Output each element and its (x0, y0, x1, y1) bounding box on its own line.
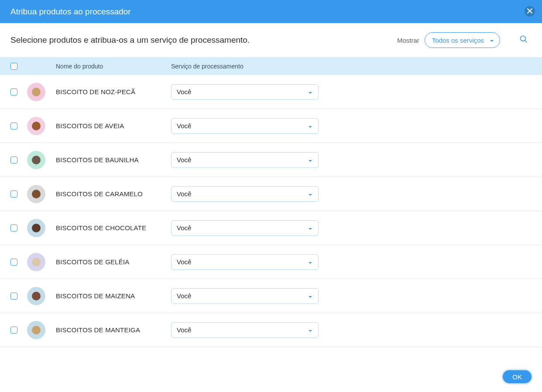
service-select-value: Você (177, 258, 191, 266)
subheader-controls: Mostrar Todos os serviços (397, 32, 532, 48)
titlebar: Atribua produtos ao processador (0, 0, 542, 23)
service-select-value: Você (177, 326, 191, 334)
chevron-down-icon (489, 37, 494, 43)
chevron-down-icon (308, 123, 313, 129)
product-name: BISCOITOS DE BAUNILHA (56, 156, 171, 164)
row-check-cell (10, 327, 27, 334)
cookie-icon (32, 292, 41, 300)
svg-point-0 (521, 36, 526, 41)
service-select[interactable]: Você (171, 288, 319, 304)
cookie-icon (32, 156, 41, 164)
row-checkbox[interactable] (10, 327, 17, 334)
svg-line-1 (525, 41, 527, 43)
subheader: Selecione produtos e atribua-os a um ser… (0, 23, 542, 57)
row-check-cell (10, 123, 27, 130)
chevron-down-icon (308, 157, 313, 163)
chevron-down-icon (308, 327, 313, 333)
cookie-icon (32, 224, 41, 232)
service-select[interactable]: Você (171, 84, 319, 100)
row-check-cell (10, 191, 27, 198)
cookie-icon (32, 122, 41, 130)
product-name: BISCOITOS DE GELÉIA (56, 258, 171, 266)
service-select-value: Você (177, 88, 191, 95)
show-label: Mostrar (397, 37, 419, 44)
cookie-icon (32, 326, 41, 334)
titlebar-title: Atribua produtos ao processador (10, 7, 131, 17)
close-icon (527, 7, 532, 15)
row-checkbox[interactable] (10, 225, 17, 232)
service-select[interactable]: Você (171, 220, 319, 236)
close-button[interactable] (525, 6, 535, 17)
chevron-down-icon (308, 293, 313, 299)
chevron-down-icon (308, 89, 313, 95)
row-checkbox[interactable] (10, 191, 17, 198)
chevron-down-icon (308, 259, 313, 265)
service-select-value: Você (177, 292, 191, 300)
product-rows: BISCOITO DE NOZ-PECÃ Você BISCOITOS DE A… (0, 75, 542, 347)
ok-button-label: OK (512, 373, 522, 381)
row-check-cell (10, 293, 27, 300)
filter-select[interactable]: Todos os serviços (425, 32, 500, 48)
product-name: BISCOITOS DE CHOCOLATE (56, 224, 171, 232)
product-thumbnail (27, 321, 45, 339)
select-all-cell (10, 63, 27, 70)
instruction-text: Selecione produtos e atribua-os a um ser… (10, 35, 397, 45)
cookie-icon (32, 190, 41, 198)
row-check-cell (10, 225, 27, 232)
service-select[interactable]: Você (171, 152, 319, 168)
product-name: BISCOITOS DE CARAMELO (56, 190, 171, 198)
product-thumbnail (27, 253, 45, 271)
row-check-cell (10, 259, 27, 266)
product-name: BISCOITOS DE MAIZENA (56, 292, 171, 300)
service-select-value: Você (177, 224, 191, 232)
cookie-icon (32, 88, 41, 96)
row-check-cell (10, 157, 27, 164)
column-header-row: Nome do produto Serviço de processamento (0, 57, 542, 75)
product-thumbnail (27, 219, 45, 237)
search-icon (519, 35, 528, 45)
product-name: BISCOITO DE NOZ-PECÃ (56, 88, 171, 95)
service-select[interactable]: Você (171, 186, 319, 202)
row-checkbox[interactable] (10, 89, 17, 95)
footer: OK (0, 361, 542, 392)
product-thumbnail (27, 287, 45, 305)
search-button[interactable] (516, 32, 532, 48)
product-name: BISCOITOS DE AVEIA (56, 122, 171, 130)
column-product-name: Nome do produto (56, 63, 171, 70)
product-thumbnail (27, 83, 45, 101)
product-row: BISCOITOS DE AVEIA Você (0, 109, 542, 143)
service-select[interactable]: Você (171, 254, 319, 270)
product-thumbnail (27, 151, 45, 169)
product-row: BISCOITOS DE BAUNILHA Você (0, 143, 542, 177)
product-row: BISCOITOS DE MANTEIGA Você (0, 313, 542, 347)
product-row: BISCOITO DE NOZ-PECÃ Você (0, 75, 542, 109)
row-check-cell (10, 89, 27, 95)
product-row: BISCOITOS DE GELÉIA Você (0, 245, 542, 279)
product-row: BISCOITOS DE CHOCOLATE Você (0, 211, 542, 245)
service-select-value: Você (177, 190, 191, 198)
row-checkbox[interactable] (10, 157, 17, 164)
chevron-down-icon (308, 191, 313, 197)
cookie-icon (32, 258, 41, 266)
product-thumbnail (27, 185, 45, 203)
row-checkbox[interactable] (10, 293, 17, 300)
product-row: BISCOITOS DE CARAMELO Você (0, 177, 542, 211)
service-select-value: Você (177, 156, 191, 164)
select-all-checkbox[interactable] (10, 63, 17, 70)
product-thumbnail (27, 117, 45, 135)
row-checkbox[interactable] (10, 123, 17, 130)
service-select[interactable]: Você (171, 118, 319, 134)
service-select-value: Você (177, 122, 191, 130)
row-checkbox[interactable] (10, 259, 17, 266)
filter-select-value: Todos os serviços (432, 37, 484, 44)
ok-button[interactable]: OK (503, 370, 532, 383)
service-select[interactable]: Você (171, 322, 319, 338)
column-processing-service: Serviço de processamento (171, 63, 532, 70)
product-name: BISCOITOS DE MANTEIGA (56, 326, 171, 334)
product-row: BISCOITOS DE MAIZENA Você (0, 279, 542, 313)
chevron-down-icon (308, 225, 313, 231)
